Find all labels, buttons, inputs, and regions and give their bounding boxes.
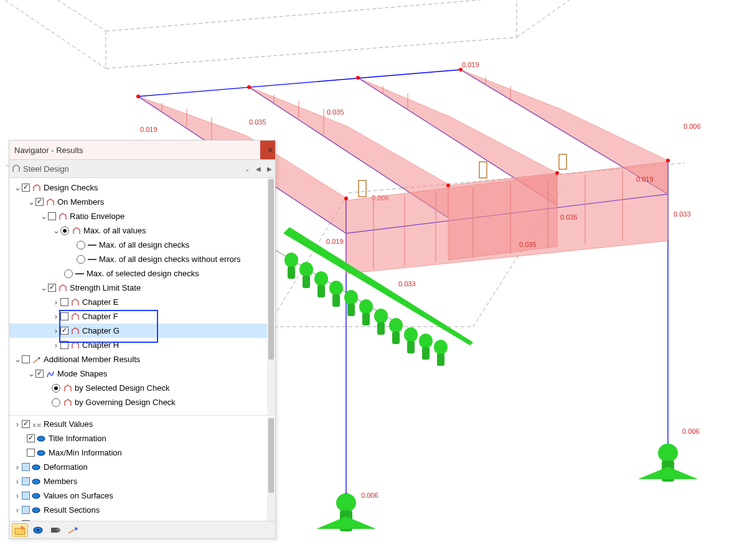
chevron-down-icon[interactable]: ⌄ bbox=[39, 283, 48, 292]
eye-icon bbox=[32, 492, 41, 500]
radio[interactable] bbox=[52, 384, 60, 393]
tree-item-mode-shapes[interactable]: ⌄ Mode Shapes bbox=[9, 366, 267, 381]
chevron-right-icon[interactable]: › bbox=[52, 340, 60, 350]
radio[interactable] bbox=[64, 269, 73, 278]
frame-icon bbox=[63, 398, 72, 407]
checkbox[interactable] bbox=[60, 298, 68, 306]
navigator-bottom-toolbar bbox=[9, 521, 275, 538]
radio[interactable] bbox=[52, 398, 60, 407]
chevron-right-icon[interactable]: › bbox=[13, 505, 22, 515]
tree-item-max-all-design-checks[interactable]: Max. of all design checks bbox=[9, 238, 267, 252]
tree-item-maxmin-information[interactable]: Max/Min Information bbox=[9, 446, 267, 460]
svg-marker-36 bbox=[448, 173, 557, 260]
tree-item-by-governing-design-check[interactable]: by Governing Design Check bbox=[9, 395, 267, 409]
display-options-tree[interactable]: › x.xx Result Values Title Information M… bbox=[9, 417, 267, 521]
chevron-right-icon[interactable]: › bbox=[52, 326, 60, 335]
tree-item-result-sections[interactable]: › Result Sections bbox=[9, 503, 267, 517]
line-icon bbox=[75, 273, 84, 274]
prev-button[interactable]: ◀ bbox=[253, 162, 264, 175]
frame-icon bbox=[63, 383, 72, 393]
svg-point-91 bbox=[32, 465, 40, 470]
value-label: 0.019 bbox=[636, 175, 654, 183]
chevron-down-icon[interactable]: ⌄ bbox=[27, 369, 35, 378]
checkbox[interactable] bbox=[27, 449, 35, 457]
tree-item-strength-limit-state[interactable]: ⌄ Strength Limit State bbox=[9, 281, 267, 295]
svg-line-0 bbox=[0, 0, 106, 31]
radio[interactable] bbox=[77, 241, 85, 250]
chevron-right-icon[interactable]: › bbox=[13, 491, 22, 500]
navigator-mode-results-button[interactable] bbox=[12, 523, 28, 537]
checkbox[interactable] bbox=[22, 184, 30, 192]
value-label: 0.035 bbox=[249, 118, 266, 126]
scroll-thumb[interactable] bbox=[268, 418, 274, 493]
checkbox[interactable] bbox=[60, 341, 68, 349]
close-button[interactable]: ✕ bbox=[260, 141, 275, 159]
tree-scrollbar[interactable] bbox=[267, 178, 275, 415]
tree-item-values-on-surfaces[interactable]: › Values on Surfaces bbox=[9, 488, 267, 503]
tree-label: Max. of selected design checks bbox=[87, 269, 199, 278]
tree-item-chapter-h[interactable]: › Chapter H bbox=[9, 338, 267, 352]
tree-item-deformation[interactable]: › Deformation bbox=[9, 460, 267, 474]
navigator-mode-loading-button[interactable] bbox=[65, 524, 80, 536]
navigator-titlebar[interactable]: Navigator - Results ✕ bbox=[9, 141, 275, 160]
tree-item-additional-member-results[interactable]: ⌄ Additional Member Results bbox=[9, 352, 267, 366]
svg-point-61 bbox=[299, 262, 313, 277]
tree-item-design-checks[interactable]: ⌄ Design Checks bbox=[9, 180, 267, 195]
results-tree[interactable]: ⌄ Design Checks ⌄ On Members ⌄ Ratio Env… bbox=[9, 178, 267, 415]
scroll-thumb[interactable] bbox=[268, 179, 274, 360]
tree-item-title-information[interactable]: Title Information bbox=[9, 431, 267, 446]
svg-text:x.xx: x.xx bbox=[33, 422, 41, 428]
dropdown-toggle[interactable]: ⌄ bbox=[242, 162, 253, 175]
navigator-panel[interactable]: Navigator - Results ✕ Steel Design ⌄ ◀ ▶… bbox=[9, 140, 276, 539]
checkbox[interactable] bbox=[35, 370, 44, 378]
chevron-down-icon[interactable]: ⌄ bbox=[13, 183, 22, 192]
tree2-scrollbar[interactable] bbox=[267, 417, 275, 521]
navigator-mode-views-button[interactable] bbox=[48, 524, 63, 536]
svg-point-75 bbox=[404, 327, 418, 342]
tree-item-result-values[interactable]: › x.xx Result Values bbox=[9, 417, 267, 431]
svg-marker-83 bbox=[316, 516, 376, 529]
chevron-right-icon[interactable]: › bbox=[13, 477, 22, 486]
svg-point-46 bbox=[247, 85, 251, 89]
value-label: 0.019 bbox=[462, 61, 479, 68]
tree-label: Members bbox=[44, 477, 77, 486]
checkbox[interactable] bbox=[27, 434, 35, 442]
checkbox[interactable] bbox=[22, 506, 30, 514]
svg-point-67 bbox=[344, 290, 358, 305]
chevron-down-icon[interactable]: ⌄ bbox=[39, 212, 48, 221]
radio[interactable] bbox=[60, 226, 69, 235]
tree-item-ratio-envelope[interactable]: ⌄ Ratio Envelope bbox=[9, 209, 267, 223]
tree-item-on-members[interactable]: ⌄ On Members bbox=[9, 195, 267, 209]
checkbox[interactable] bbox=[22, 463, 30, 471]
chevron-right-icon[interactable]: › bbox=[52, 312, 60, 321]
svg-point-89 bbox=[37, 436, 45, 441]
checkbox[interactable] bbox=[22, 355, 30, 363]
checkbox[interactable] bbox=[35, 198, 44, 206]
checkbox[interactable] bbox=[48, 212, 56, 220]
checkbox[interactable] bbox=[60, 327, 68, 335]
checkbox[interactable] bbox=[22, 420, 30, 428]
tree-item-by-selected-design-check[interactable]: by Selected Design Check bbox=[9, 381, 267, 395]
radio[interactable] bbox=[77, 255, 85, 264]
chevron-right-icon[interactable]: › bbox=[13, 462, 22, 472]
svg-point-77 bbox=[419, 334, 433, 348]
navigator-mode-display-button[interactable] bbox=[31, 524, 45, 536]
tree-item-max-all-values[interactable]: ⌄ Max. of all values bbox=[9, 223, 267, 238]
checkbox[interactable] bbox=[22, 492, 30, 500]
chevron-down-icon[interactable]: ⌄ bbox=[27, 197, 35, 207]
checkbox[interactable] bbox=[48, 284, 56, 292]
tree-item-max-selected-design-checks[interactable]: Max. of selected design checks bbox=[9, 266, 267, 281]
svg-rect-68 bbox=[347, 304, 355, 316]
tree-item-max-all-design-checks-wo-errors[interactable]: Max. of all design checks without errors bbox=[9, 252, 267, 266]
tree-item-chapter-g[interactable]: › Chapter G bbox=[9, 324, 267, 338]
chevron-right-icon[interactable]: › bbox=[52, 297, 60, 307]
tree-item-chapter-e[interactable]: › Chapter E bbox=[9, 295, 267, 309]
chevron-down-icon[interactable]: ⌄ bbox=[52, 226, 60, 235]
checkbox[interactable] bbox=[60, 312, 68, 320]
chevron-down-icon[interactable]: ⌄ bbox=[13, 355, 22, 364]
next-button[interactable]: ▶ bbox=[264, 162, 275, 175]
tree-item-chapter-f[interactable]: › Chapter F bbox=[9, 309, 267, 324]
checkbox[interactable] bbox=[22, 477, 30, 485]
tree-item-members[interactable]: › Members bbox=[9, 474, 267, 488]
chevron-right-icon[interactable]: › bbox=[13, 419, 22, 429]
